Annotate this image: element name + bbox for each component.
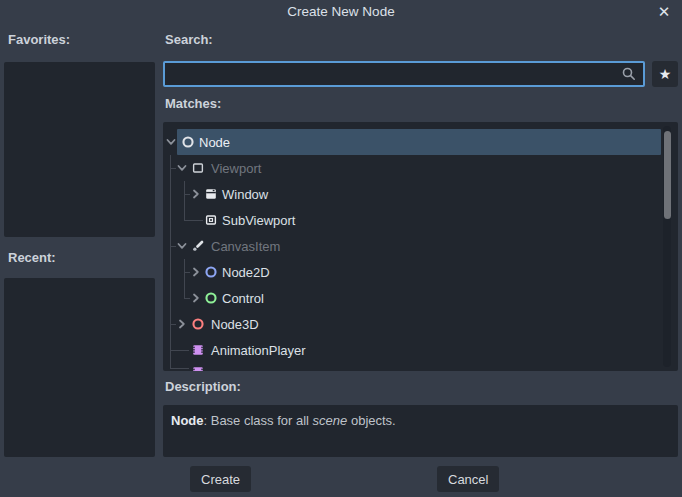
tree-item-label: Node bbox=[199, 135, 230, 150]
expander-right-icon[interactable] bbox=[190, 266, 202, 278]
expander-right-icon[interactable] bbox=[190, 188, 202, 200]
description-panel: Node: Base class for all scene objects. bbox=[163, 405, 678, 457]
animationplayer-class-icon bbox=[191, 343, 205, 357]
tree-item-node[interactable]: Node bbox=[163, 129, 663, 155]
description-class-name: Node bbox=[171, 413, 204, 428]
tree-item-label: Window bbox=[222, 187, 268, 202]
tree-item-partial[interactable] bbox=[163, 363, 663, 371]
next-item-class-icon bbox=[191, 365, 205, 371]
cancel-button[interactable]: Cancel bbox=[437, 466, 499, 492]
tree-item-subviewport[interactable]: SubViewport bbox=[163, 207, 663, 233]
subviewport-class-icon bbox=[204, 213, 218, 227]
favorite-star-button[interactable]: ★ bbox=[652, 61, 678, 87]
description-label: Description: bbox=[165, 379, 241, 395]
close-icon[interactable]: ✕ bbox=[654, 2, 674, 22]
matches-tree[interactable]: NodeViewportWindowSubViewportCanvasItemN… bbox=[163, 122, 678, 371]
description-text-end: objects. bbox=[347, 413, 395, 428]
search-input[interactable] bbox=[163, 61, 645, 87]
create-button[interactable]: Create bbox=[190, 466, 251, 492]
tree-item-label: Node2D bbox=[222, 265, 270, 280]
control-class-icon bbox=[204, 291, 218, 305]
expander-right-icon[interactable] bbox=[176, 318, 188, 330]
tree-item-label: AnimationPlayer bbox=[211, 343, 306, 358]
node-class-icon bbox=[181, 135, 195, 149]
canvasitem-class-icon bbox=[191, 239, 205, 253]
tree-item-animationplayer[interactable]: AnimationPlayer bbox=[163, 337, 663, 363]
create-new-node-dialog: Create New Node ✕ Favorites: Recent: Sea… bbox=[0, 0, 682, 497]
dialog-title: Create New Node bbox=[0, 4, 682, 19]
tree-item-label: Viewport bbox=[211, 161, 261, 176]
tree-item-viewport[interactable]: Viewport bbox=[163, 155, 663, 181]
titlebar: Create New Node ✕ bbox=[0, 0, 682, 24]
expander-spacer bbox=[176, 344, 188, 356]
tree-item-label: CanvasItem bbox=[211, 239, 280, 254]
expander-spacer bbox=[190, 214, 202, 226]
viewport-class-icon bbox=[191, 161, 205, 175]
tree-item-node3d[interactable]: Node3D bbox=[163, 311, 663, 337]
expander-right-icon[interactable] bbox=[190, 292, 202, 304]
node2d-class-icon bbox=[204, 265, 218, 279]
expander-down-icon[interactable] bbox=[176, 240, 188, 252]
expander-spacer bbox=[176, 370, 188, 371]
description-text: : Base class for all bbox=[204, 413, 313, 428]
tree-item-node2d[interactable]: Node2D bbox=[163, 259, 663, 285]
tree-item-label: Control bbox=[222, 291, 264, 306]
tree-scrollbar-thumb[interactable] bbox=[664, 131, 671, 219]
tree-item-label: Node3D bbox=[211, 317, 259, 332]
tree-item-window[interactable]: Window bbox=[163, 181, 663, 207]
node3d-class-icon bbox=[191, 317, 205, 331]
description-italic-text: scene bbox=[313, 413, 348, 428]
search-label: Search: bbox=[165, 32, 213, 48]
expander-down-icon[interactable] bbox=[165, 136, 177, 148]
tree-item-label: SubViewport bbox=[222, 213, 295, 228]
tree-item-canvasitem[interactable]: CanvasItem bbox=[163, 233, 663, 259]
favorites-list[interactable] bbox=[4, 62, 155, 237]
window-class-icon bbox=[204, 187, 218, 201]
recent-label: Recent: bbox=[8, 250, 56, 266]
tree-item-control[interactable]: Control bbox=[163, 285, 663, 311]
expander-down-icon[interactable] bbox=[176, 162, 188, 174]
matches-label: Matches: bbox=[165, 96, 221, 112]
favorites-label: Favorites: bbox=[8, 32, 70, 48]
recent-list[interactable] bbox=[4, 278, 155, 457]
